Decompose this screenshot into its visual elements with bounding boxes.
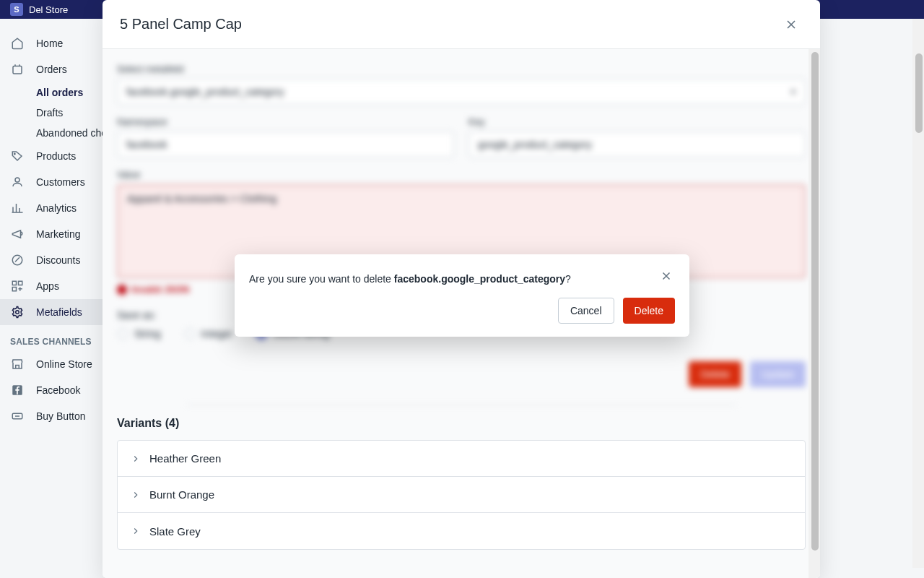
delete-button[interactable]: Delete — [623, 298, 675, 324]
confirm-message: Are you sure you want to delete facebook… — [249, 267, 571, 286]
confirm-dialog: Are you sure you want to delete facebook… — [235, 254, 689, 337]
close-icon — [784, 17, 798, 32]
modal-close-button[interactable] — [780, 13, 803, 36]
close-icon — [660, 269, 673, 282]
modal-title: 5 Panel Camp Cap — [120, 16, 242, 33]
confirm-close-button[interactable] — [658, 267, 675, 285]
cancel-button[interactable]: Cancel — [558, 298, 614, 324]
